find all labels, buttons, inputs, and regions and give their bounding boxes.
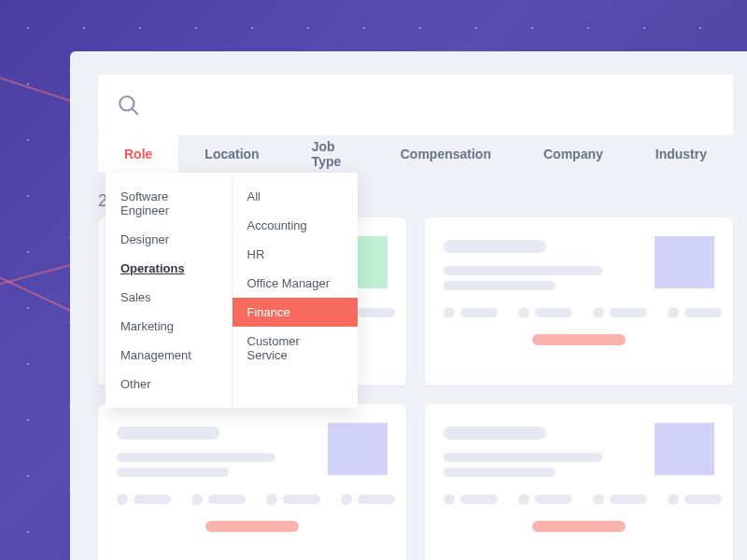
skeleton-title (444, 427, 546, 440)
skeleton-chip (358, 308, 395, 317)
role-option-marketing[interactable]: Marketing (106, 312, 232, 341)
result-card[interactable] (425, 404, 733, 560)
skeleton-line (117, 468, 229, 477)
skeleton-chip (460, 495, 498, 504)
skeleton-chip (684, 495, 722, 504)
subrole-option-accounting[interactable]: Accounting (233, 211, 359, 240)
subrole-option-customer-service[interactable]: Customer Service (233, 327, 359, 370)
skeleton-chip (358, 495, 395, 504)
result-card[interactable] (98, 404, 406, 560)
tab-location[interactable]: Location (178, 135, 285, 173)
role-option-sales[interactable]: Sales (106, 283, 232, 312)
skeleton-dot (266, 494, 277, 505)
skeleton-dot (518, 307, 529, 318)
skeleton-dot (341, 494, 352, 505)
skeleton-chip (610, 308, 647, 317)
result-thumbnail (655, 423, 714, 475)
role-dropdown: Software Engineer Designer Operations Sa… (106, 173, 358, 408)
skeleton-line (444, 266, 602, 275)
subrole-option-hr[interactable]: HR (233, 240, 359, 269)
skeleton-chip (684, 308, 722, 317)
role-option-other[interactable]: Other (106, 370, 232, 399)
skeleton-title (117, 427, 219, 440)
role-dropdown-categories: Software Engineer Designer Operations Sa… (106, 173, 233, 408)
role-option-designer[interactable]: Designer (106, 225, 232, 254)
skeleton-dot (668, 494, 679, 505)
result-card[interactable] (425, 217, 733, 385)
search-icon (117, 93, 141, 118)
role-option-software-engineer[interactable]: Software Engineer (106, 182, 232, 225)
skeleton-chip (283, 495, 320, 504)
subrole-option-all[interactable]: All (233, 182, 359, 211)
role-option-management[interactable]: Management (106, 341, 232, 370)
skeleton-line (117, 453, 275, 462)
filter-tabs: Role Location Job Type Compensation Comp… (98, 135, 733, 173)
tab-company[interactable]: Company (517, 135, 629, 173)
skeleton-chip (610, 495, 647, 504)
app-panel: Role Location Job Type Compensation Comp… (70, 51, 747, 560)
role-option-operations[interactable]: Operations (106, 254, 232, 283)
skeleton-dot (117, 494, 128, 505)
skeleton-cta (532, 521, 626, 532)
skeleton-dot (444, 494, 455, 505)
skeleton-dot (668, 307, 679, 318)
skeleton-cta (205, 521, 299, 532)
result-thumbnail (655, 236, 714, 288)
skeleton-dot (593, 307, 604, 318)
subrole-option-finance[interactable]: Finance (233, 298, 359, 327)
skeleton-line (444, 453, 602, 462)
skeleton-line (444, 468, 556, 477)
tab-industry[interactable]: Industry (629, 135, 733, 173)
subrole-option-office-manager[interactable]: Office Manager (233, 269, 359, 298)
svg-line-1 (132, 108, 138, 115)
tab-role[interactable]: Role (98, 135, 178, 173)
skeleton-chip (535, 495, 572, 504)
tab-jobtype[interactable]: Job Type (286, 135, 374, 173)
skeleton-chip (134, 495, 171, 504)
result-thumbnail (328, 423, 388, 475)
search-bar[interactable] (98, 75, 733, 135)
tab-compensation[interactable]: Compensation (374, 135, 517, 173)
skeleton-dot (191, 494, 203, 505)
skeleton-cta (532, 334, 626, 345)
skeleton-dot (593, 494, 604, 505)
skeleton-dot (444, 307, 455, 318)
svg-point-0 (120, 96, 134, 110)
skeleton-title (444, 240, 546, 253)
skeleton-dot (518, 494, 529, 505)
skeleton-chip (535, 308, 572, 317)
skeleton-line (444, 281, 556, 290)
skeleton-chip (208, 495, 246, 504)
skeleton-chip (460, 308, 498, 317)
role-dropdown-subcategories: All Accounting HR Office Manager Finance… (233, 173, 359, 408)
